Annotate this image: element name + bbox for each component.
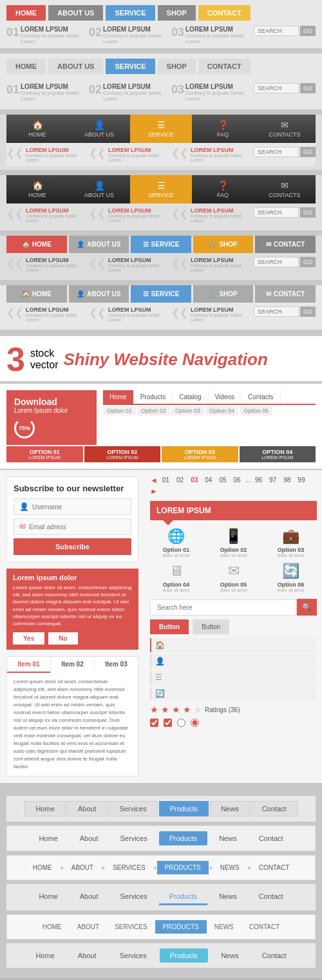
page-02[interactable]: 02 bbox=[174, 475, 186, 485]
search-input[interactable] bbox=[254, 147, 299, 157]
search-go-button[interactable]: GO bbox=[300, 306, 316, 317]
nav5-home[interactable]: 🏠 HOME bbox=[6, 236, 67, 253]
bnav2-contact[interactable]: Contact bbox=[249, 831, 294, 845]
search-go-button[interactable]: GO bbox=[300, 26, 316, 36]
nav6-home[interactable]: 🏠 HOME bbox=[6, 285, 67, 303]
nav6-shop[interactable]: 🛒 SHOP bbox=[193, 285, 254, 303]
bnav2-services[interactable]: Services bbox=[110, 831, 158, 845]
search-go-button[interactable]: GO bbox=[300, 257, 316, 267]
bnav6-news[interactable]: News bbox=[211, 948, 249, 963]
nav1-home[interactable]: HOME bbox=[6, 5, 46, 21]
dl-nav-videos[interactable]: Videos bbox=[209, 390, 242, 404]
bnav5-home[interactable]: HOME bbox=[35, 920, 70, 934]
dl-nav-contacts[interactable]: Contacts bbox=[242, 390, 280, 404]
search-go-button[interactable]: GO bbox=[300, 207, 316, 218]
bnav1-about[interactable]: About bbox=[67, 801, 108, 816]
prev-page-button[interactable]: ◄ bbox=[150, 476, 158, 485]
nav5-about[interactable]: 👤 ABOUT US bbox=[69, 236, 129, 253]
search-input[interactable] bbox=[150, 599, 297, 616]
bnav1-home[interactable]: Home bbox=[24, 801, 65, 816]
tab-item02[interactable]: Item 02 bbox=[50, 657, 94, 673]
nav1-about[interactable]: ABOUT US bbox=[48, 5, 103, 21]
nav3-service[interactable]: ☰SERVICE bbox=[130, 115, 192, 143]
page-98[interactable]: 98 bbox=[281, 475, 293, 485]
page-03[interactable]: 03 bbox=[188, 475, 200, 485]
bnav1-news[interactable]: News bbox=[210, 801, 250, 816]
no-button[interactable]: No bbox=[48, 632, 77, 645]
page-96[interactable]: 96 bbox=[252, 475, 265, 485]
bnav5-news[interactable]: NEWS bbox=[207, 920, 242, 934]
nav5-service[interactable]: ☰ SERVICE bbox=[131, 236, 191, 253]
search-input[interactable] bbox=[254, 207, 299, 218]
yes-button[interactable]: Yes bbox=[13, 632, 44, 645]
bnav4-news[interactable]: News bbox=[209, 889, 247, 905]
bnav6-services[interactable]: Services bbox=[109, 948, 157, 963]
bnav6-contact[interactable]: Contact bbox=[252, 948, 297, 963]
bnav3-about[interactable]: ABOUT bbox=[64, 861, 101, 874]
bnav4-products[interactable]: Products bbox=[159, 889, 207, 905]
bnav3-news[interactable]: NEWS bbox=[213, 861, 247, 874]
search-input[interactable] bbox=[254, 257, 299, 267]
page-04[interactable]: 04 bbox=[202, 475, 214, 485]
checkbox-2[interactable] bbox=[164, 719, 172, 727]
page-06[interactable]: 06 bbox=[231, 475, 243, 485]
bnav4-services[interactable]: Services bbox=[110, 889, 158, 905]
bnav6-products[interactable]: Products bbox=[160, 948, 208, 963]
nav5-contact[interactable]: ✉ CONTACT bbox=[255, 236, 316, 253]
page-05[interactable]: 05 bbox=[216, 475, 229, 485]
nav4-home[interactable]: 🏠HOME bbox=[6, 175, 68, 203]
option-btn-2[interactable]: OPTION 02 LOREM IPSUM bbox=[84, 446, 161, 462]
next-page-button[interactable]: ► bbox=[150, 487, 158, 496]
nav3-contacts[interactable]: ✉CONTACTS bbox=[254, 115, 316, 143]
bnav4-contact[interactable]: Contact bbox=[249, 889, 294, 905]
bnav1-services[interactable]: Services bbox=[109, 801, 158, 816]
primary-button[interactable]: Button bbox=[150, 619, 189, 634]
nav5-shop[interactable]: 🛒 SHOP bbox=[193, 236, 254, 253]
nav6-about[interactable]: 👤 ABOUT US bbox=[69, 285, 129, 303]
bnav5-about[interactable]: ABOUT bbox=[70, 920, 107, 934]
search-go-button[interactable]: GO bbox=[300, 147, 316, 157]
bnav1-contact[interactable]: Contact bbox=[251, 801, 298, 816]
nav2-about[interactable]: ABOUT US bbox=[48, 59, 103, 74]
page-01[interactable]: 01 bbox=[160, 475, 172, 485]
search-input[interactable] bbox=[254, 26, 299, 36]
search-input[interactable] bbox=[254, 83, 299, 93]
bnav2-news[interactable]: News bbox=[209, 831, 247, 845]
search-input[interactable] bbox=[254, 306, 299, 317]
username-input[interactable] bbox=[32, 504, 126, 511]
dl-nav-catalog[interactable]: Catalog bbox=[173, 390, 208, 404]
sidebar-icon-list[interactable]: ☰ bbox=[150, 670, 317, 684]
sidebar-icon-user[interactable]: 👤 bbox=[150, 654, 317, 668]
nav4-service[interactable]: ☰SERVICE bbox=[130, 175, 192, 203]
bnav3-services[interactable]: SERVICES bbox=[105, 861, 153, 874]
nav2-shop[interactable]: SHOP bbox=[158, 59, 196, 74]
bnav3-home[interactable]: HOME bbox=[25, 861, 60, 874]
nav6-service[interactable]: ☰ SERVICE bbox=[131, 285, 191, 303]
nav4-faq[interactable]: ❓FAQ bbox=[192, 175, 254, 203]
dl-nav-products[interactable]: Products bbox=[134, 390, 173, 404]
nav1-shop[interactable]: SHOP bbox=[158, 5, 196, 21]
nav1-contact[interactable]: CONTACT bbox=[198, 5, 251, 21]
checkbox-1[interactable] bbox=[150, 719, 158, 727]
bnav2-products[interactable]: Products bbox=[159, 831, 207, 845]
sidebar-icon-home[interactable]: 🏠 bbox=[150, 638, 317, 652]
bnav6-home[interactable]: Home bbox=[25, 948, 64, 963]
dl-nav-home[interactable]: Home bbox=[103, 390, 134, 404]
page-99[interactable]: 99 bbox=[295, 475, 307, 485]
bnav4-about[interactable]: About bbox=[70, 889, 109, 905]
bnav4-home[interactable]: Home bbox=[28, 889, 68, 905]
nav4-about[interactable]: 👤ABOUT US bbox=[68, 175, 130, 203]
bnav3-products[interactable]: PRODUCTS bbox=[157, 861, 209, 874]
nav2-home[interactable]: HOME bbox=[6, 59, 46, 74]
nav3-faq[interactable]: ❓FAQ bbox=[192, 115, 254, 143]
sidebar-icon-refresh[interactable]: 🔄 bbox=[150, 686, 317, 701]
nav3-about[interactable]: 👤ABOUT US bbox=[68, 115, 130, 143]
tab-item03[interactable]: Item 03 bbox=[94, 657, 138, 673]
nav2-contact[interactable]: CONTACT bbox=[198, 59, 251, 74]
bnav3-contact[interactable]: CONTACT bbox=[251, 861, 298, 874]
secondary-button[interactable]: Button bbox=[193, 619, 229, 634]
radio-2[interactable] bbox=[191, 719, 199, 727]
bnav6-about[interactable]: About bbox=[68, 948, 107, 963]
nav1-service[interactable]: SERVICE bbox=[106, 5, 155, 21]
option-btn-1[interactable]: OPTION 01 LOREM IPSUM bbox=[6, 446, 83, 462]
